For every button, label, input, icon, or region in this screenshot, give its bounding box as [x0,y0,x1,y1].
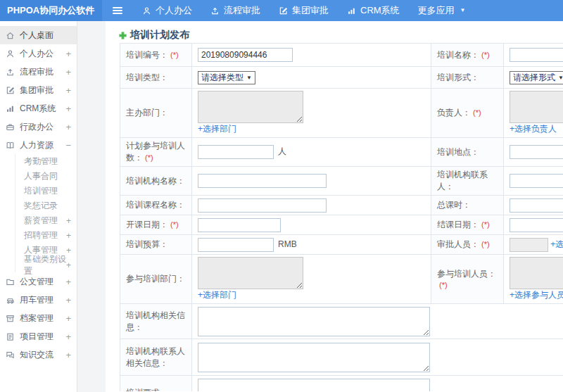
row-dept-leader: 主办部门： +选择部门 负责人：(*) +选择负责人 [120,89,563,138]
row-orgname-orgcontact: 培训机构名称： 培训机构联系人： [120,167,563,196]
sidebar-item-crm[interactable]: CRM系统 + [0,99,77,118]
app-logo: PHPOA协同办公软件 [0,0,102,21]
caret-down-icon: ▼ [460,8,466,13]
total-hours-label: 总课时： [431,196,504,215]
select-leader-link[interactable]: +选择负责人 [510,124,557,134]
row-org-contact-info: 培训机构联系人相关信息： [120,339,563,376]
org-info-textarea[interactable] [198,307,430,336]
archive-icon [6,314,15,323]
org-info-label: 培训机构相关信息： [120,304,192,339]
training-mode-label: 培训形式： [431,67,504,89]
start-date-input[interactable] [198,218,281,232]
top-nav: 个人办公 流程审批 集团审批 CRM系统 更多应用 ▼ [133,0,475,21]
training-no-input[interactable] [198,48,293,62]
end-date-input[interactable] [510,218,563,232]
chat-icon [6,350,15,360]
approver-box[interactable] [510,238,548,252]
hamburger-menu-icon[interactable] [108,0,127,21]
page-title: 培训计划发布 [118,29,189,42]
top-header: PHPOA协同办公软件 个人办公 流程审批 集团审批 CRM系统 更多应用 ▼ [0,0,563,21]
sidebar-item-hr[interactable]: 人力资源 − [0,136,77,154]
end-date-label: 结课日期：(*) [431,215,504,235]
start-date-label: 开课日期：(*) [120,215,192,235]
host-dept-textarea[interactable] [198,91,303,123]
nav-more-apps[interactable]: 更多应用 ▼ [409,0,475,21]
plus-icon [118,31,127,40]
org-name-input[interactable] [198,174,327,188]
course-name-input[interactable] [198,198,327,213]
flow-upload-icon [6,68,15,77]
sidebar-subitem-reward-punish[interactable]: 奖惩记录 [15,198,77,213]
car-icon [6,296,15,305]
sidebar-subitem-hr-contract[interactable]: 人事合同 [15,169,77,184]
row-course-hours: 培训课程名称： 总课时： [120,196,563,215]
planned-count-label: 计划参与培训人数：(*) [120,138,192,167]
org-contact-input[interactable] [510,174,563,188]
nav-group-approval[interactable]: 集团审批 [270,0,338,21]
training-type-select[interactable]: 请选择类型▼ [198,71,255,84]
budget-input[interactable] [198,238,274,252]
caret-down-icon: ▼ [558,75,563,81]
planned-count-input[interactable] [198,145,274,159]
nav-personal-office[interactable]: 个人办公 [133,0,201,21]
select-join-dept-link[interactable]: +选择部门 [198,290,236,300]
edit-icon [279,6,288,15]
sidebar-subitem-attendance[interactable]: 考勤管理 [15,154,77,169]
row-no-name: 培训编号：(*) 培训名称：(*) [120,44,563,67]
location-label: 培训地点： [431,138,504,167]
row-dates: 开课日期：(*) 结课日期：(*) [120,215,563,235]
requirements-label: 培训要求： [120,376,192,392]
row-budget-approver: 培训预算： RMB 审批人员：(*) +选择审批人员 [120,235,563,255]
bar-chart-icon [6,104,15,113]
leader-label: 负责人：(*) [431,89,504,138]
folder-icon [6,277,15,286]
budget-label: 培训预算： [120,235,192,255]
sidebar-item-archives[interactable]: 档案管理 + [0,309,77,327]
sidebar-item-workflow-approval[interactable]: 流程审批 + [0,63,77,81]
select-dept-link[interactable]: +选择部门 [198,124,236,134]
total-hours-input[interactable] [510,198,563,213]
row-requirements: 培训要求： [120,376,563,392]
host-dept-label: 主办部门： [120,89,192,138]
sidebar-item-desktop[interactable]: 个人桌面 [0,26,77,44]
sidebar-item-personal-office[interactable]: 个人办公 + [0,44,77,63]
row-join-dept-staff: 参与培训部门： +选择部门 参与培训人员：(*) +选择参与人员 [120,255,563,304]
sidebar-item-group-approval[interactable]: 集团审批 + [0,81,77,99]
user-icon [142,6,151,15]
join-depts-textarea[interactable] [198,257,303,289]
select-approver-link[interactable]: +选择审批人员 [550,239,563,249]
join-staff-textarea[interactable] [510,257,563,289]
bar-chart-icon [347,6,356,15]
org-contact-info-textarea[interactable] [198,343,430,372]
nav-crm[interactable]: CRM系统 [338,0,409,21]
briefcase-icon [6,122,15,132]
org-contact-info-label: 培训机构联系人相关信息： [120,339,192,376]
clipboard-icon [6,332,15,341]
leader-textarea[interactable] [510,91,563,123]
sidebar-item-knowledge[interactable]: 知识交流 + [0,346,77,364]
training-name-label: 培训名称：(*) [431,44,504,67]
course-name-label: 培训课程名称： [120,196,192,215]
sidebar-item-projects[interactable]: 项目管理 + [0,327,77,346]
sidebar-subitem-recruit[interactable]: 招聘管理+ [15,228,77,243]
row-org-info: 培训机构相关信息： [120,304,563,339]
edit-icon [6,86,15,95]
sidebar-subitem-salary[interactable]: 薪资管理+ [15,213,77,228]
select-join-staff-link[interactable]: +选择参与人员 [510,290,563,300]
sidebar-subitem-training[interactable]: 培训管理 [15,184,77,198]
requirements-textarea[interactable] [198,379,430,392]
training-mode-select[interactable]: 请选择形式▼ [510,71,563,84]
training-name-input[interactable] [510,48,563,62]
user-icon [6,49,15,58]
sidebar-subitem-base-category[interactable]: 基础类别设置+ [15,258,77,272]
sidebar-item-admin-office[interactable]: 行政办公 + [0,118,77,136]
main-content: 培训计划发布 培训编号：(*) 培训名称：(*) 培训类型： 请选择类型▼ 培训… [78,21,563,392]
nav-workflow-approval[interactable]: 流程审批 [201,0,270,21]
org-name-label: 培训机构名称： [120,167,192,196]
sidebar-item-vehicles[interactable]: 用车管理 + [0,291,77,309]
row-type-mode: 培训类型： 请选择类型▼ 培训形式： 请选择形式▼ [120,67,563,89]
approver-label: 审批人员：(*) [431,235,504,255]
location-input[interactable] [510,145,563,159]
book-icon [6,141,15,150]
flow-upload-icon [210,6,220,15]
